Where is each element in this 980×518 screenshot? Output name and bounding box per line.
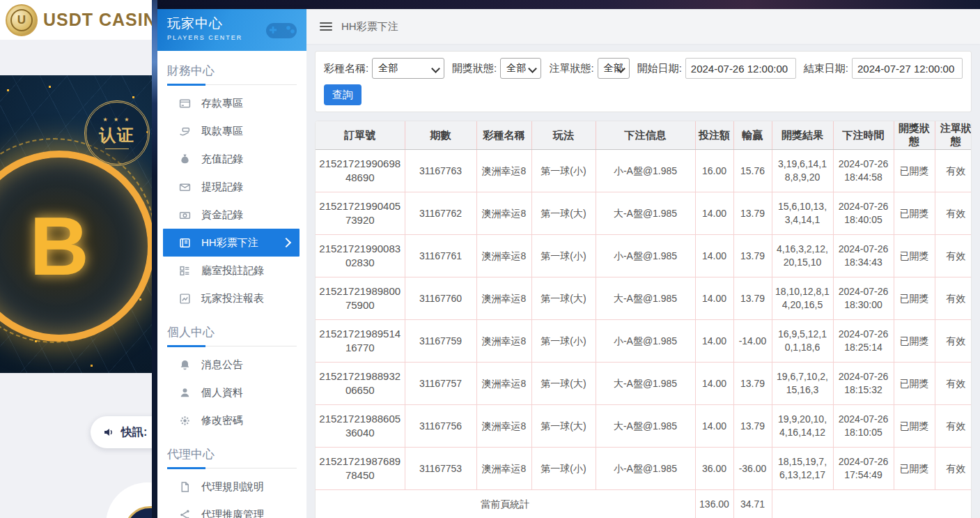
table-cell: 澳洲幸运8 <box>476 192 531 235</box>
table-cell: 2152172199008302830 <box>316 235 405 277</box>
bitcoin-symbol: B <box>29 199 88 294</box>
table-header-row: 訂單號期數彩種名稱玩法下注信息投注額輸贏開獎結果下注時間開獎狀態注單狀態 <box>316 121 972 150</box>
table-cell: 14.00 <box>695 192 733 235</box>
main-area: HH彩票下注 彩種名稱: 全部 開獎狀態: 全部 注單狀態: 全部 <box>306 9 980 518</box>
table-cell: 大-A盤@1.985 <box>596 363 695 405</box>
end-date-input[interactable] <box>852 58 963 79</box>
sidebar-item-label: 玩家投注報表 <box>201 292 264 305</box>
start-date-label: 開始日期: <box>637 62 682 75</box>
lottery-name-select[interactable]: 全部 <box>372 58 444 79</box>
sidebar-item[interactable]: 消息公告 <box>163 351 300 379</box>
table-cell: 有效 <box>935 235 972 277</box>
table-cell: 有效 <box>935 448 972 490</box>
sidebar-item[interactable]: 玩家投注報表 <box>163 284 300 312</box>
table-cell: 2024-07-26 18:44:58 <box>833 150 894 192</box>
table-cell: 31167762 <box>405 192 476 235</box>
sidebar-section-title: 財務中心 <box>167 63 297 79</box>
order-status-select[interactable]: 全部 <box>598 58 630 79</box>
doc-icon <box>178 481 191 493</box>
table-cell: 31167763 <box>405 150 476 192</box>
cashout-icon <box>178 181 191 193</box>
table-cell: 2152172198951416770 <box>316 320 405 363</box>
table-cell: -36.00 <box>733 448 772 490</box>
sidebar-item[interactable]: HH彩票下注 <box>163 229 300 257</box>
sidebar-scrollbar[interactable] <box>152 0 157 518</box>
user-icon <box>178 387 191 399</box>
chevron-down-icon <box>431 64 440 73</box>
table-cell: 2152172198860536040 <box>316 405 405 448</box>
share-icon <box>178 509 191 518</box>
search-button[interactable]: 查詢 <box>324 84 361 105</box>
bottom-logo-circle <box>106 482 152 518</box>
bets-table-panel: 訂單號期數彩種名稱玩法下注信息投注額輸贏開獎結果下注時間開獎狀態注單狀態2152… <box>315 121 972 518</box>
funds-icon <box>178 209 191 221</box>
sidebar-item-label: 代理規則說明 <box>201 480 264 494</box>
draw-status-select[interactable]: 全部 <box>500 58 541 79</box>
table-cell: 13.79 <box>733 235 772 277</box>
order-status-label: 注單狀態: <box>549 62 593 75</box>
sidebar-item[interactable]: 充值記錄 <box>163 145 300 173</box>
table-cell: 第一球(小) <box>531 320 596 363</box>
sidebar-item[interactable]: 提現記錄 <box>163 173 300 201</box>
summary-empty <box>772 490 972 518</box>
table-cell: 19,6,7,10,2,15,16,3 <box>772 363 833 405</box>
sidebar-item[interactable]: 取款專區 <box>163 117 300 145</box>
table-cell: 澳洲幸运8 <box>476 277 531 320</box>
table-cell: 13.79 <box>733 277 772 320</box>
column-header: 投注額 <box>695 121 733 150</box>
report-icon <box>178 293 191 305</box>
table-cell: 已開獎 <box>894 192 935 235</box>
table-row: 215217219889320665031167757澳洲幸运8第一球(大)大-… <box>316 363 972 405</box>
table-cell: 31167756 <box>405 405 476 448</box>
table-row: 215217219904057392031167762澳洲幸运8第一球(大)大-… <box>316 192 972 235</box>
sidebar-item[interactable]: 修改密碼 <box>163 406 300 434</box>
sidebar-item[interactable]: 個人資料 <box>163 379 300 406</box>
table-cell: 15.76 <box>733 150 772 192</box>
sidebar-item[interactable]: 存款專區 <box>163 89 300 117</box>
chevron-right-icon <box>281 238 291 247</box>
gold-specks <box>7 89 9 91</box>
sidebar-item-label: 存款專區 <box>201 97 243 110</box>
sidebar-section-items: 代理規則說明代理推廣管理 <box>157 473 306 518</box>
sidebar-item[interactable]: 廳室投註記錄 <box>163 257 300 284</box>
table-cell: 已開獎 <box>894 405 935 448</box>
start-date-input[interactable] <box>685 58 796 79</box>
table-row: 215217219895141677031167759澳洲幸运8第一球(小)小-… <box>316 320 972 363</box>
column-header: 期數 <box>405 121 476 150</box>
speaker-icon <box>102 427 115 438</box>
table-cell: 已開獎 <box>894 320 935 363</box>
table-cell: 2024-07-26 18:30:00 <box>833 277 894 320</box>
table-cell: 13.79 <box>733 192 772 235</box>
table-cell: 小-A盤@1.985 <box>596 235 695 277</box>
news-ticker-pill[interactable]: 快訊: <box>91 416 152 448</box>
sidebar-header: 玩家中心 PLAYERS CENTER <box>157 9 306 51</box>
table-row: 215217219898007590031167760澳洲幸运8第一球(大)大-… <box>316 277 972 320</box>
table-cell: 澳洲幸运8 <box>476 150 531 192</box>
table-cell: 2152172198980075900 <box>316 277 405 320</box>
room-icon <box>178 265 191 277</box>
bell-icon <box>178 359 191 371</box>
recharge-icon <box>178 153 191 165</box>
column-header: 下注信息 <box>596 121 695 150</box>
table-cell: 第一球(小) <box>531 448 596 490</box>
menu-toggle-icon[interactable] <box>320 22 332 31</box>
table-cell: 澳洲幸运8 <box>476 448 531 490</box>
page: U USDT CASINO B ★ ★ ★ 认证 快訊: <box>0 0 980 518</box>
sidebar-item[interactable]: 資金記錄 <box>163 201 300 229</box>
sidebar-item[interactable]: 代理規則說明 <box>163 473 300 501</box>
table-cell: 2024-07-26 18:34:43 <box>833 235 894 277</box>
table-cell: 澳洲幸运8 <box>476 320 531 363</box>
table-cell: 大-A盤@1.985 <box>596 405 695 448</box>
table-cell: 澳洲幸运8 <box>476 235 531 277</box>
sidebar-item[interactable]: 代理推廣管理 <box>163 501 300 518</box>
table-cell: 14.00 <box>695 363 733 405</box>
section-divider <box>167 468 297 469</box>
summary-winloss-total: 34.71 <box>733 490 772 518</box>
table-cell: 第一球(大) <box>531 363 596 405</box>
usdt-coin-icon: U <box>6 4 38 36</box>
table-cell: 有效 <box>935 277 972 320</box>
table-cell: 4,16,3,2,12,20,15,10 <box>772 235 833 277</box>
table-cell: 2152172198768978450 <box>316 448 405 490</box>
table-cell: 2024-07-26 18:10:05 <box>833 405 894 448</box>
bottom-logo-inner <box>124 506 152 518</box>
